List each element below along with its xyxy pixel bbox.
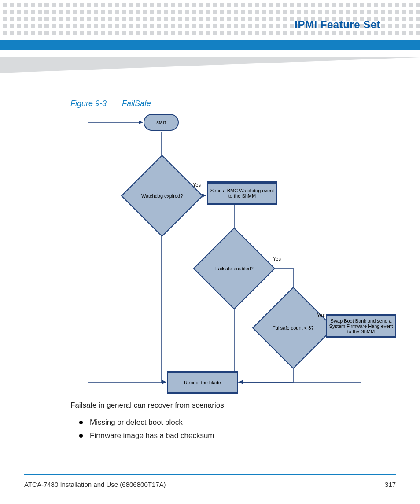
content-area: Figure 9-3 FailSafe (70, 99, 385, 447)
body-intro: Failsafe in general can recover from sce… (70, 400, 385, 411)
dot-row (0, 3, 420, 7)
bullet-list: Missing or defect boot block Firmware im… (70, 418, 385, 440)
node-failsafe-count-label: Failsafe count < 3? (273, 325, 313, 331)
figure-caption: Figure 9-3 FailSafe (70, 99, 385, 108)
node-watchdog-expired-label: Watchdog expired? (141, 193, 183, 199)
edge-yes-3: Yes (317, 313, 325, 318)
dot-row (0, 10, 420, 14)
node-start: start (144, 114, 179, 131)
node-send-event: Send a BMC Watchdog event to the ShMM (207, 181, 277, 205)
header-blue-bar (0, 40, 420, 50)
chapter-title: IPMI Feature Set (295, 18, 380, 31)
node-failsafe-enabled-label: Failsafe enabled? (215, 266, 254, 271)
figure-title: FailSafe (122, 99, 151, 108)
edge-yes-1: Yes (193, 182, 201, 188)
dot-row (0, 31, 420, 35)
footer-doc-id: ATCA-7480 Installation and Use (6806800T… (24, 481, 166, 488)
bullet-item: Missing or defect boot block (79, 418, 385, 427)
node-reboot: Reboot the blade (167, 371, 238, 394)
figure-number: Figure 9-3 (70, 99, 107, 108)
edge-yes-2: Yes (273, 256, 281, 261)
header-grey-wedge (0, 57, 420, 73)
footer-rule (24, 474, 396, 475)
bullet-item: Firmware image has a bad checksum (79, 431, 385, 440)
flowchart-diagram: start Watchdog expired? Yes Send a BMC W… (79, 112, 396, 398)
footer-page-number: 317 (385, 481, 396, 488)
node-swap-boot-bank: Swap Boot Bank and send a System Firmwar… (326, 314, 396, 338)
